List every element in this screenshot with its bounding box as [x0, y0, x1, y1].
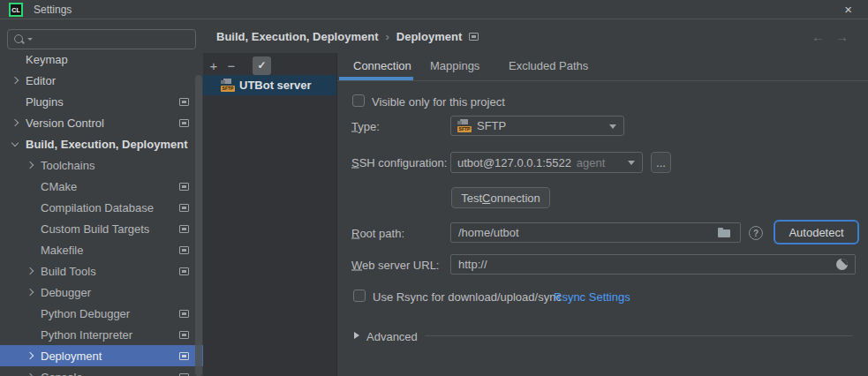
chevron-right-icon [11, 77, 19, 84]
server-toolbar: + − ✓ [203, 55, 336, 76]
breadcrumb: Build, Execution, Deployment › Deploymen… [216, 20, 479, 53]
sidebar-item-custom-build-targets[interactable]: Custom Build Targets [0, 218, 203, 239]
use-rsync-label: Use Rsync for download/upload/sync [373, 290, 562, 304]
advanced-divider [425, 335, 853, 336]
project-settings-icon [179, 267, 189, 275]
tab-bar: Connection Mappings Excluded Paths [337, 53, 868, 81]
help-icon[interactable]: ? [749, 226, 763, 240]
project-settings-icon [179, 183, 189, 191]
close-icon[interactable]: × [844, 0, 852, 19]
sidebar-item-console[interactable]: Console [0, 366, 203, 376]
sftp-type-icon: SFTP [457, 119, 472, 132]
project-settings-icon [179, 225, 189, 233]
visible-only-label: Visible only for this project [372, 95, 505, 109]
dropdown-arrow-icon [628, 161, 635, 165]
type-label: Type: [351, 120, 380, 133]
sidebar-item-compilation-database[interactable]: Compilation Database [0, 197, 203, 218]
web-server-url-input[interactable] [450, 254, 856, 274]
project-settings-icon [179, 352, 189, 360]
chevron-right-icon [26, 267, 34, 274]
settings-tree: Keymap Editor Plugins Version Control Bu… [0, 49, 203, 376]
type-dropdown[interactable]: SFTP SFTP [450, 116, 624, 136]
search-icon [13, 34, 26, 46]
dropdown-arrow-icon [609, 124, 616, 129]
test-connection-button[interactable]: Test Connection [451, 187, 550, 208]
sidebar-scrollbar[interactable] [195, 75, 202, 376]
forward-arrow-icon[interactable]: → [835, 29, 849, 44]
sidebar-item-toolchains[interactable]: Toolchains [0, 154, 203, 176]
chevron-right-icon [26, 289, 34, 296]
globe-icon [836, 259, 848, 270]
type-value: SFTP [477, 119, 506, 132]
window-title: Settings [34, 0, 72, 19]
sidebar-item-build-execution-deployment[interactable]: Build, Execution, Deployment [0, 133, 203, 154]
server-list-panel: + − ✓ SFTP UTBot server [203, 53, 336, 376]
web-server-url-label: Web server URL: [351, 259, 439, 272]
chevron-right-icon [11, 119, 19, 126]
use-rsync-checkbox[interactable] [353, 290, 366, 302]
project-settings-icon [179, 246, 189, 254]
project-settings-icon [179, 310, 189, 318]
search-input[interactable] [33, 30, 195, 49]
sftp-server-icon: SFTP [221, 79, 235, 92]
breadcrumb-parent[interactable]: Build, Execution, Deployment [216, 30, 378, 43]
selected-tab-underline [339, 77, 413, 80]
sidebar-item-version-control[interactable]: Version Control [0, 112, 203, 133]
sidebar-item-build-tools[interactable]: Build Tools [0, 260, 203, 282]
sidebar-item-plugins[interactable]: Plugins [0, 91, 203, 112]
sidebar-item-deployment[interactable]: Deployment [0, 345, 203, 366]
sidebar-item-python-interpreter[interactable]: Python Interpreter [0, 324, 203, 345]
use-as-default-button[interactable]: ✓ [253, 56, 271, 75]
sidebar-item-makefile[interactable]: Makefile [0, 239, 203, 260]
tab-excluded-paths[interactable]: Excluded Paths [509, 53, 588, 80]
back-arrow-icon[interactable]: ← [811, 29, 825, 44]
page-header: Build, Execution, Deployment › Deploymen… [203, 20, 868, 53]
project-settings-icon [179, 98, 189, 106]
server-list-item[interactable]: SFTP UTBot server [203, 75, 336, 95]
clion-logo-icon: CL [9, 3, 23, 17]
add-server-button[interactable]: + [205, 58, 223, 73]
title-bar: CL Settings × [0, 0, 868, 19]
autodetect-button[interactable]: Autodetect [774, 220, 859, 244]
ssh-config-dropdown[interactable]: utbot@127.0.0.1:5522 agent [450, 152, 643, 173]
project-settings-icon [179, 119, 189, 127]
ssh-config-label: SSH configuration: [351, 156, 447, 169]
remove-server-button[interactable]: − [223, 58, 240, 73]
rsync-settings-link[interactable]: Rsync Settings [554, 290, 630, 304]
sidebar-item-editor[interactable]: Editor [0, 70, 203, 91]
settings-sidebar: Keymap Editor Plugins Version Control Bu… [0, 20, 203, 376]
advanced-label[interactable]: Advanced [366, 330, 418, 343]
sidebar-item-cmake[interactable]: CMake [0, 176, 203, 197]
search-box[interactable] [7, 29, 196, 49]
root-path-input[interactable] [450, 222, 741, 243]
sidebar-item-python-debugger[interactable]: Python Debugger [0, 303, 203, 324]
ssh-config-value: utbot@127.0.0.1:5522 [457, 156, 571, 169]
advanced-expand-icon[interactable] [354, 332, 359, 339]
server-name: UTBot server [239, 79, 312, 92]
ssh-config-suffix: agent [577, 156, 606, 169]
tab-mappings[interactable]: Mappings [430, 53, 479, 80]
chevron-right-icon [26, 162, 34, 169]
sidebar-item-debugger[interactable]: Debugger [0, 282, 203, 303]
breadcrumb-current: Deployment [396, 30, 462, 43]
visible-only-checkbox[interactable] [352, 94, 365, 107]
chevron-down-icon [11, 139, 19, 146]
project-settings-icon [179, 204, 189, 212]
breadcrumb-separator: › [385, 30, 389, 43]
history-nav: ← → [811, 20, 849, 53]
project-settings-icon [469, 33, 479, 41]
project-settings-icon [179, 373, 189, 376]
root-path-label: Root path: [351, 227, 404, 240]
connection-form: Connection Mappings Excluded Paths Visib… [337, 53, 868, 376]
sidebar-item-keymap[interactable]: Keymap [0, 49, 203, 70]
project-settings-icon [179, 331, 189, 339]
chevron-right-icon [26, 352, 34, 359]
browse-folder-icon[interactable] [718, 228, 730, 237]
browse-ssh-configs-button[interactable]: ... [651, 152, 671, 173]
settings-window: CL Settings × Keymap Editor Plugins V [0, 0, 868, 376]
